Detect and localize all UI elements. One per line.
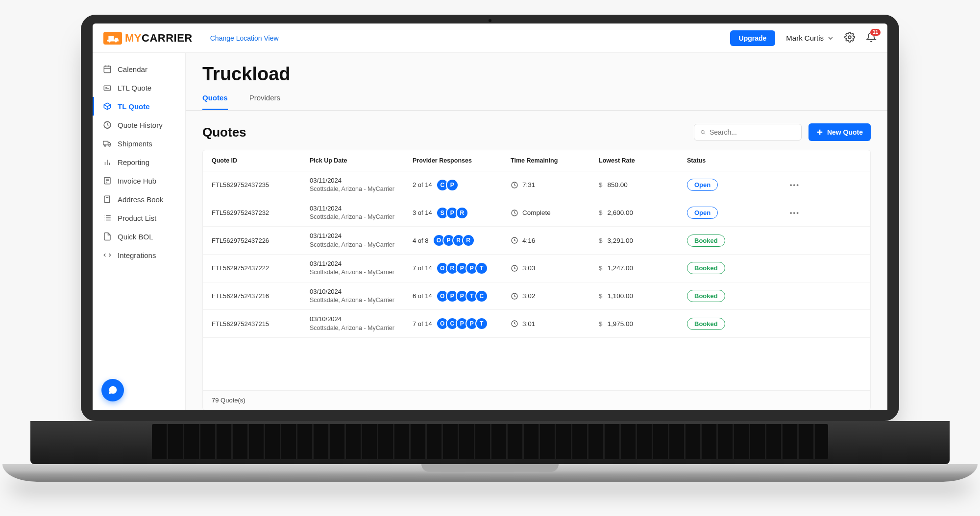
- quote-id: FTL5629752437215: [212, 320, 310, 328]
- tab-quotes[interactable]: Quotes: [202, 94, 228, 110]
- status-pill[interactable]: Booked: [687, 318, 725, 330]
- responses-cell: 3 of 14 SPR: [413, 207, 511, 219]
- pickup-cell: 03/11/2024 Scottsdale, Arizona - MyCarri…: [310, 204, 413, 222]
- response-count: 7 of 14: [413, 264, 432, 272]
- chat-widget-button[interactable]: [101, 379, 124, 401]
- sidebar-item-quote-history[interactable]: Quote History: [93, 116, 185, 134]
- responses-cell: 7 of 14 ORPPT: [413, 262, 511, 275]
- svg-point-0: [848, 36, 851, 39]
- webcam: [488, 19, 492, 23]
- sidebar-item-calendar[interactable]: Calendar: [93, 60, 185, 78]
- status-pill[interactable]: Booked: [687, 290, 725, 302]
- column-header[interactable]: Time Remaining: [511, 157, 599, 164]
- new-quote-button[interactable]: New Quote: [808, 123, 871, 141]
- status-pill[interactable]: Open: [687, 207, 718, 219]
- sidebar-item-product-list[interactable]: Product List: [93, 209, 185, 227]
- gear-icon: [844, 32, 855, 43]
- change-location-link[interactable]: Change Location View: [210, 34, 279, 42]
- pickup-cell: 03/10/2024 Scottsdale, Arizona - MyCarri…: [310, 315, 413, 332]
- svg-rect-5: [104, 86, 111, 90]
- sidebar-item-integrations[interactable]: Integrations: [93, 246, 185, 264]
- pickup-date: 03/11/2024: [310, 176, 413, 185]
- time-cell: 3:02: [511, 292, 599, 300]
- column-header[interactable]: Status: [687, 157, 770, 164]
- currency-symbol: $: [599, 237, 603, 244]
- sidebar-item-invoice-hub[interactable]: Invoice Hub: [93, 171, 185, 190]
- upgrade-button[interactable]: Upgrade: [730, 30, 776, 46]
- sidebar-item-quick-bol[interactable]: Quick BOL: [93, 227, 185, 246]
- page-title: Truckload: [186, 53, 887, 88]
- table-row[interactable]: FTL5629752437226 03/11/2024 Scottsdale, …: [203, 227, 870, 255]
- rate-value: 1,100.00: [608, 292, 634, 300]
- list-icon: [103, 213, 112, 222]
- sidebar: CalendarLTL QuoteTL QuoteQuote HistorySh…: [93, 53, 186, 410]
- clock-icon: [511, 264, 518, 272]
- user-menu[interactable]: Mark Curtis: [786, 34, 833, 42]
- rate-cell: $ 1,247.00: [599, 264, 687, 272]
- clock-icon: [511, 181, 518, 189]
- svg-rect-10: [103, 141, 108, 145]
- section-title: Quotes: [202, 125, 246, 140]
- laptop-keyboard: [152, 424, 828, 459]
- currency-symbol: $: [599, 292, 603, 300]
- time-remaining: 3:03: [522, 264, 535, 272]
- search-input[interactable]: [710, 128, 795, 136]
- settings-button[interactable]: [844, 32, 855, 45]
- rate-value: 1,247.00: [608, 264, 634, 272]
- sidebar-item-label: Integrations: [118, 251, 156, 259]
- table-row[interactable]: FTL5629752437215 03/10/2024 Scottsdale, …: [203, 310, 870, 338]
- ltl-quote-icon: [103, 83, 112, 92]
- sidebar-item-label: Shipments: [118, 140, 152, 148]
- plus-icon: [816, 129, 823, 136]
- provider-chip: R: [456, 207, 468, 219]
- status-pill[interactable]: Booked: [687, 262, 725, 274]
- rate-cell: $ 3,291.00: [599, 237, 687, 244]
- sidebar-item-label: LTL Quote: [118, 84, 151, 92]
- rate-cell: $ 2,600.00: [599, 209, 687, 216]
- row-actions-button[interactable]: •••: [770, 209, 800, 216]
- currency-symbol: $: [599, 320, 603, 328]
- time-cell: Complete: [511, 209, 599, 217]
- tab-providers[interactable]: Providers: [249, 94, 280, 110]
- svg-point-12: [109, 145, 110, 146]
- sidebar-item-label: Invoice Hub: [118, 177, 156, 185]
- svg-line-28: [704, 133, 705, 134]
- history-icon: [103, 120, 112, 129]
- table-row[interactable]: FTL5629752437216 03/10/2024 Scottsdale, …: [203, 282, 870, 310]
- provider-chip: R: [462, 234, 475, 247]
- sidebar-item-label: Calendar: [118, 65, 147, 73]
- status-pill[interactable]: Open: [687, 179, 718, 191]
- column-header[interactable]: Quote ID: [212, 157, 310, 164]
- svg-point-27: [701, 130, 704, 133]
- responses-cell: 6 of 14 OPPTC: [413, 290, 511, 303]
- provider-chip: T: [475, 262, 488, 275]
- clock-icon: [511, 292, 518, 300]
- report-icon: [103, 158, 112, 166]
- search-box[interactable]: [694, 124, 802, 141]
- table-row[interactable]: FTL5629752437235 03/11/2024 Scottsdale, …: [203, 171, 870, 199]
- quote-id: FTL5629752437232: [212, 209, 310, 216]
- sidebar-item-reporting[interactable]: Reporting: [93, 153, 185, 171]
- table-row[interactable]: FTL5629752437232 03/11/2024 Scottsdale, …: [203, 199, 870, 227]
- column-header[interactable]: Provider Responses: [413, 157, 511, 164]
- notifications-button[interactable]: 11: [866, 32, 877, 45]
- column-header[interactable]: Lowest Rate: [599, 157, 687, 164]
- pickup-location: Scottsdale, Arizona - MyCarrier: [310, 185, 413, 194]
- time-cell: 4:16: [511, 236, 599, 244]
- time-remaining: 7:31: [522, 181, 535, 188]
- row-actions-button[interactable]: •••: [770, 181, 800, 188]
- pickup-cell: 03/11/2024 Scottsdale, Arizona - MyCarri…: [310, 176, 413, 194]
- responses-cell: 7 of 14 OCPPT: [413, 317, 511, 330]
- table-row[interactable]: FTL5629752437222 03/11/2024 Scottsdale, …: [203, 255, 870, 282]
- sidebar-item-ltl-quote[interactable]: LTL Quote: [93, 78, 185, 97]
- laptop-keyboard-deck: [30, 421, 950, 464]
- new-quote-label: New Quote: [827, 128, 863, 136]
- status-pill[interactable]: Booked: [687, 235, 725, 247]
- chat-icon: [107, 385, 118, 396]
- sidebar-item-tl-quote[interactable]: TL Quote: [93, 97, 185, 116]
- svg-rect-1: [104, 66, 111, 73]
- sidebar-item-address-book[interactable]: Address Book: [93, 190, 185, 209]
- sidebar-item-shipments[interactable]: Shipments: [93, 134, 185, 153]
- provider-chip: T: [475, 317, 488, 330]
- column-header[interactable]: Pick Up Date: [310, 157, 413, 164]
